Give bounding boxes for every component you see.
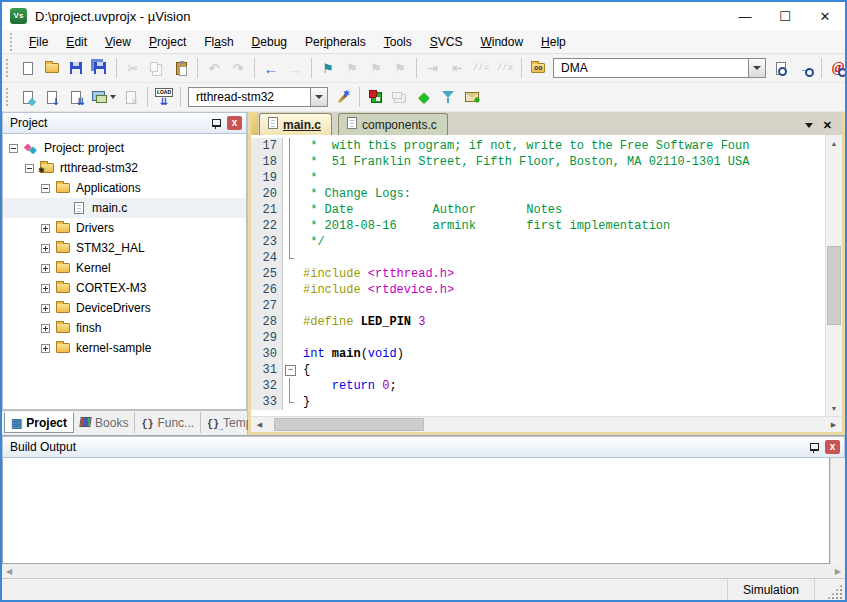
- select-software-packs-button[interactable]: [436, 85, 460, 109]
- navigate-forward-button[interactable]: →: [283, 56, 307, 80]
- expand-icon[interactable]: [41, 284, 50, 293]
- menu-item-view[interactable]: View: [96, 32, 140, 52]
- menu-item-edit[interactable]: Edit: [57, 32, 96, 52]
- tree-item-rtthread-stm32[interactable]: rtthread-stm32: [3, 158, 246, 178]
- pin-icon[interactable]: [211, 118, 221, 129]
- tree-item-kernel-sample[interactable]: kernel-sample: [3, 338, 246, 358]
- expand-icon[interactable]: [41, 264, 50, 273]
- chevron-down-icon[interactable]: [310, 87, 328, 107]
- fold-margin-collapse-icon[interactable]: [283, 362, 296, 378]
- help-search-button[interactable]: @: [826, 56, 845, 80]
- target-options-button[interactable]: [331, 85, 355, 109]
- cut-button[interactable]: ✂: [121, 56, 145, 80]
- find-button[interactable]: [769, 56, 793, 80]
- tree-item-project-project[interactable]: Project: project: [3, 138, 246, 158]
- new-file-button[interactable]: [16, 56, 40, 80]
- scroll-right-icon[interactable]: ▶: [825, 417, 842, 433]
- find-in-files-button[interactable]: [526, 56, 550, 80]
- manage-rte-button[interactable]: [364, 85, 388, 109]
- expand-icon[interactable]: [41, 224, 50, 233]
- minimize-button[interactable]: —: [725, 2, 765, 30]
- tab-list-dropdown-icon[interactable]: [805, 123, 813, 128]
- editor-tab-components-c[interactable]: components.c: [338, 113, 448, 135]
- menu-item-tools[interactable]: Tools: [375, 32, 421, 52]
- clear-bookmarks-button[interactable]: ⚑: [388, 56, 412, 80]
- scroll-up-icon[interactable]: ▲: [826, 135, 843, 151]
- tree-item-main-c[interactable]: main.c: [3, 198, 246, 218]
- translate-button[interactable]: [16, 85, 40, 109]
- pack-installer-button[interactable]: [460, 85, 484, 109]
- tree-item-drivers[interactable]: Drivers: [3, 218, 246, 238]
- maximize-button[interactable]: ☐: [765, 2, 805, 30]
- undo-button[interactable]: ↶: [202, 56, 226, 80]
- hscroll-thumb[interactable]: [274, 418, 424, 431]
- target-select-combobox[interactable]: rtthread-stm32: [188, 87, 328, 107]
- resize-grip[interactable]: [827, 584, 843, 600]
- next-bookmark-button[interactable]: ⚑: [364, 56, 388, 80]
- indent-button[interactable]: ⇥: [421, 56, 445, 80]
- uncomment-button[interactable]: //x: [493, 56, 517, 80]
- save-all-button[interactable]: [88, 56, 112, 80]
- scroll-right-icon[interactable]: ▶: [835, 567, 841, 576]
- build-output-horizontal-scrollbar[interactable]: ◀ ▶: [2, 564, 845, 578]
- tab-functions[interactable]: {}Func...: [135, 412, 201, 433]
- collapse-icon[interactable]: [41, 184, 50, 193]
- menu-item-file[interactable]: File: [20, 32, 57, 52]
- collapse-icon[interactable]: [9, 144, 18, 153]
- scroll-down-icon[interactable]: ▼: [826, 400, 843, 416]
- redo-button[interactable]: ↷: [226, 56, 250, 80]
- collapse-icon[interactable]: [25, 164, 34, 173]
- build-output-text[interactable]: [2, 458, 830, 564]
- menu-item-window[interactable]: Window: [471, 32, 532, 52]
- vscroll-thumb[interactable]: [827, 246, 841, 326]
- menu-item-peripherals[interactable]: Peripherals: [296, 32, 375, 52]
- manage-layers-button[interactable]: [388, 85, 412, 109]
- editor-horizontal-scrollbar[interactable]: ◀ ▶: [251, 416, 842, 432]
- comment-button[interactable]: //≡: [469, 56, 493, 80]
- chevron-down-icon[interactable]: [748, 58, 766, 78]
- expand-icon[interactable]: [41, 344, 50, 353]
- editor-vertical-scrollbar[interactable]: ▲ ▼: [825, 135, 842, 416]
- open-file-button[interactable]: [40, 56, 64, 80]
- tree-item-stm32-hal[interactable]: STM32_HAL: [3, 238, 246, 258]
- tree-item-kernel[interactable]: Kernel: [3, 258, 246, 278]
- tree-item-devicedrivers[interactable]: DeviceDrivers: [3, 298, 246, 318]
- pin-icon[interactable]: [809, 442, 819, 453]
- scroll-left-icon[interactable]: ◀: [251, 417, 268, 433]
- find-combobox[interactable]: DMA: [553, 58, 766, 78]
- incremental-find-button[interactable]: →: [793, 56, 817, 80]
- copy-button[interactable]: [145, 56, 169, 80]
- tab-books[interactable]: Books: [74, 412, 135, 433]
- menu-item-debug[interactable]: Debug: [243, 32, 296, 52]
- build-button[interactable]: [40, 85, 64, 109]
- code-text[interactable]: 17 * with this program; if not, write to…: [251, 135, 825, 416]
- tree-item-applications[interactable]: Applications: [3, 178, 246, 198]
- prev-bookmark-button[interactable]: ⚑: [340, 56, 364, 80]
- navigate-back-button[interactable]: ←: [259, 56, 283, 80]
- rebuild-button[interactable]: [64, 85, 88, 109]
- manage-project-items-button[interactable]: ◆: [412, 85, 436, 109]
- menu-item-flash[interactable]: Flash: [195, 32, 242, 52]
- menu-item-help[interactable]: Help: [532, 32, 575, 52]
- chevron-down-icon[interactable]: [110, 95, 116, 99]
- expand-icon[interactable]: [41, 244, 50, 253]
- editor-tab-main-c[interactable]: main.c: [259, 113, 332, 135]
- menu-item-svcs[interactable]: SVCS: [421, 32, 472, 52]
- batch-build-button[interactable]: [88, 85, 112, 109]
- expand-icon[interactable]: [41, 304, 50, 313]
- save-button[interactable]: [64, 56, 88, 80]
- toggle-bookmark-button[interactable]: ⚑: [316, 56, 340, 80]
- tab-project[interactable]: ▦Project: [4, 412, 74, 433]
- menu-item-project[interactable]: Project: [140, 32, 195, 52]
- close-button[interactable]: ✕: [805, 2, 845, 30]
- expand-icon[interactable]: [41, 324, 50, 333]
- download-button[interactable]: [152, 85, 176, 109]
- tree-item-cortex-m3[interactable]: CORTEX-M3: [3, 278, 246, 298]
- unindent-button[interactable]: ⇤: [445, 56, 469, 80]
- build-output-vertical-scrollbar[interactable]: [830, 458, 845, 564]
- project-panel-close-button[interactable]: x: [227, 116, 242, 130]
- close-document-icon[interactable]: ✕: [823, 120, 832, 131]
- scroll-left-icon[interactable]: ◀: [6, 567, 12, 576]
- tree-item-finsh[interactable]: finsh: [3, 318, 246, 338]
- build-output-close-button[interactable]: x: [825, 440, 840, 454]
